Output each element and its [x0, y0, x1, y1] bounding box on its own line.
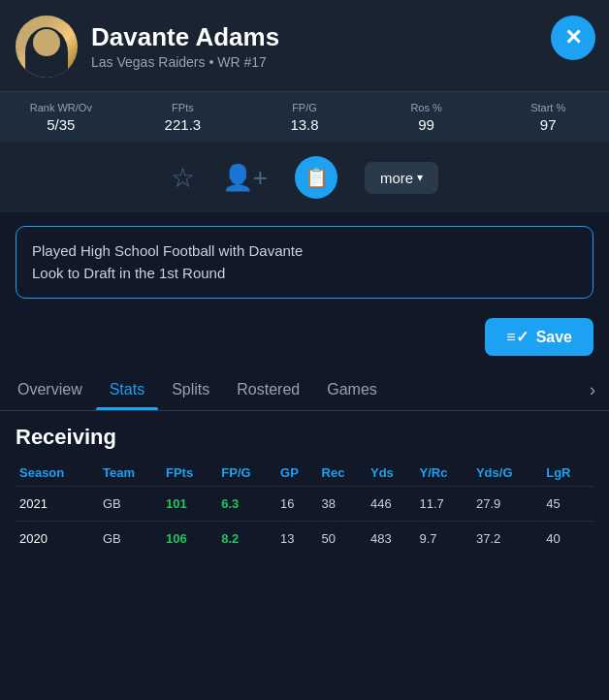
star-icon: ☆ [171, 162, 195, 194]
add-person-icon: 👤+ [222, 163, 268, 193]
note-box[interactable]: Played High School Football with Davante… [16, 226, 593, 299]
table-cell: 106 [162, 522, 217, 557]
save-row: ≡✓ Save [0, 312, 609, 369]
table-cell: GB [99, 522, 162, 557]
col-team: Team [99, 460, 162, 487]
table-cell: 2020 [16, 522, 99, 557]
brand-logo[interactable]: ✕ [551, 16, 595, 60]
table-cell: 101 [162, 487, 217, 522]
col-season: Season [16, 460, 99, 487]
table-row: 2021GB1016.3163844611.727.945 [16, 487, 593, 522]
tab-overview[interactable]: Overview [4, 369, 96, 410]
col-yds: Yds [367, 460, 415, 487]
table-cell: 483 [367, 522, 415, 557]
table-cell: GB [99, 487, 162, 522]
col-fpg: FP/G [217, 460, 276, 487]
col-lgr: LgR [542, 460, 593, 487]
table-cell: 13 [276, 522, 317, 557]
brand-icon-symbol: ✕ [564, 25, 582, 50]
table-cell: 38 [318, 487, 367, 522]
col-rec: Rec [318, 460, 367, 487]
stat-rank: Rank WR/Ov 5/35 [0, 102, 122, 133]
table-cell: 37.2 [472, 522, 542, 557]
table-cell: 9.7 [415, 522, 471, 557]
save-icon: ≡✓ [506, 328, 528, 346]
nav-next-arrow[interactable]: › [580, 370, 605, 410]
table-cell: 2021 [16, 487, 99, 522]
player-header: Davante Adams Las Vegas Raiders • WR #17… [0, 0, 609, 91]
receiving-section: Receiving Season Team FPts FP/G GP Rec Y… [0, 411, 609, 556]
note-line-1: Played High School Football with Davante [32, 240, 577, 263]
receiving-table: Season Team FPts FP/G GP Rec Yds Y/Rc Yd… [16, 460, 593, 556]
table-row: 2020GB1068.213504839.737.240 [16, 522, 593, 557]
player-info: Davante Adams Las Vegas Raiders • WR #17 [91, 23, 593, 70]
note-button[interactable]: 📋 [295, 156, 337, 199]
player-subtitle: Las Vegas Raiders • WR #17 [91, 54, 593, 70]
stats-bar: Rank WR/Ov 5/35 FPts 221.3 FP/G 13.8 Ros… [0, 91, 609, 143]
stat-fpg: FP/G 13.8 [243, 102, 366, 133]
add-player-button[interactable]: 👤+ [222, 163, 268, 193]
table-cell: 6.3 [217, 487, 276, 522]
stat-ros: Ros % 99 [366, 102, 488, 133]
table-cell: 446 [367, 487, 415, 522]
more-button[interactable]: more ▾ [365, 162, 438, 194]
player-name: Davante Adams [91, 23, 593, 51]
table-header-row: Season Team FPts FP/G GP Rec Yds Y/Rc Yd… [16, 460, 593, 487]
chevron-down-icon: ▾ [417, 171, 423, 184]
table-cell: 8.2 [217, 522, 276, 557]
table-cell: 16 [276, 487, 317, 522]
note-line-2: Look to Draft in the 1st Round [32, 263, 577, 285]
tab-splits[interactable]: Splits [158, 369, 223, 410]
table-cell: 45 [542, 487, 593, 522]
table-cell: 11.7 [415, 487, 471, 522]
tab-games[interactable]: Games [313, 369, 391, 410]
table-cell: 50 [318, 522, 367, 557]
watchlist-button[interactable]: ☆ [171, 162, 195, 194]
table-cell: 27.9 [472, 487, 542, 522]
col-gp: GP [276, 460, 317, 487]
tab-rostered[interactable]: Rostered [223, 369, 313, 410]
col-yrc: Y/Rc [415, 460, 471, 487]
save-button[interactable]: ≡✓ Save [485, 318, 593, 356]
stat-start: Start % 97 [487, 102, 609, 133]
note-icon-circle: 📋 [295, 156, 337, 199]
col-fpts: FPts [162, 460, 217, 487]
tab-stats[interactable]: Stats [96, 369, 158, 410]
note-section: Played High School Football with Davante… [0, 212, 609, 312]
col-ydsg: Yds/G [472, 460, 542, 487]
receiving-title: Receiving [16, 425, 593, 450]
stat-fpts: FPts 221.3 [122, 102, 244, 133]
nav-tabs: Overview Stats Splits Rostered Games › [0, 369, 609, 411]
table-cell: 40 [542, 522, 593, 557]
avatar [16, 16, 78, 78]
action-buttons: ☆ 👤+ 📋 more ▾ [0, 143, 609, 212]
note-icon-symbol: 📋 [304, 166, 329, 189]
